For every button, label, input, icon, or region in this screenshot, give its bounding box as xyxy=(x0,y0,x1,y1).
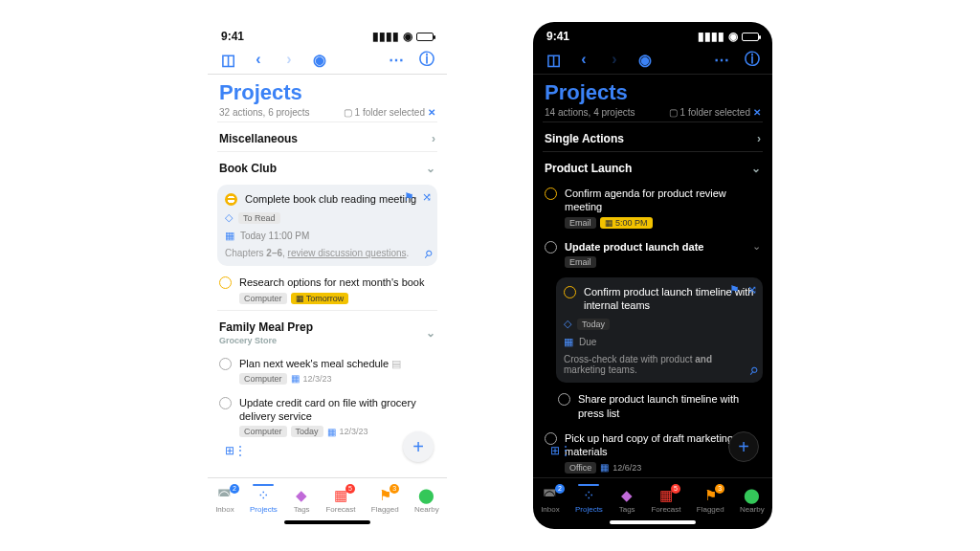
page-title: Projects xyxy=(545,80,761,105)
sidebar-icon[interactable]: ◫ xyxy=(219,51,236,68)
status-circle-icon[interactable] xyxy=(564,286,576,298)
more-icon[interactable]: ⋯ xyxy=(713,51,730,68)
status-circle-icon[interactable] xyxy=(219,276,232,289)
tab-label: Flagged xyxy=(371,505,399,514)
task-card-expanded[interactable]: Complete book club reading meeting ⚑ ⤨ ◇… xyxy=(217,185,437,266)
calendar-icon: ▦ xyxy=(600,462,609,473)
tab-nearby[interactable]: ⬤ Nearby xyxy=(414,487,439,514)
add-button[interactable]: + xyxy=(728,431,759,462)
task-tag[interactable]: Computer xyxy=(239,293,287,304)
task-tag[interactable]: Computer xyxy=(239,373,287,385)
close-icon[interactable]: ✕ xyxy=(428,107,435,118)
status-circle-icon[interactable] xyxy=(558,393,570,406)
sidebar-icon[interactable]: ◫ xyxy=(545,51,562,68)
task-tag[interactable]: Today xyxy=(291,426,323,437)
shuffle-icon[interactable]: ⤨ xyxy=(747,283,757,297)
back-icon[interactable]: ‹ xyxy=(250,51,267,68)
close-icon[interactable]: ✕ xyxy=(753,107,761,118)
status-circle-icon[interactable] xyxy=(219,397,232,409)
tag-icon: ◆ xyxy=(621,487,633,504)
eye-icon[interactable]: ◉ xyxy=(311,51,328,68)
section-book-club[interactable]: Book Club ⌄ xyxy=(217,151,437,181)
tab-forecast[interactable]: ▦5 Forecast xyxy=(651,487,680,514)
header: Projects 32 actions, 6 projects ▢ 1 fold… xyxy=(208,75,447,121)
tab-label: Flagged xyxy=(697,505,724,514)
tab-indicator xyxy=(578,484,599,486)
tab-nearby[interactable]: ⬤ Nearby xyxy=(740,487,765,514)
task-title: Update product launch date xyxy=(565,240,745,253)
tab-label: Nearby xyxy=(740,505,765,514)
status-indicators: ▮▮▮▮ ◉ xyxy=(372,30,434,43)
phone-light: 9:41 ▮▮▮▮ ◉ ◫ ‹ › ◉ ⋯ ⓘ Projects 32 acti… xyxy=(208,22,447,529)
task-tag[interactable]: Today xyxy=(577,319,610,330)
summary-text: 14 actions, 4 projects xyxy=(545,107,635,118)
task-row[interactable]: Share product launch timeline with press… xyxy=(556,386,763,426)
section-single-actions[interactable]: Single Actions › xyxy=(543,121,763,151)
back-icon[interactable]: ‹ xyxy=(575,51,592,68)
chevron-down-icon: ⌄ xyxy=(426,162,435,175)
battery-icon xyxy=(742,33,759,41)
status-time: 9:41 xyxy=(546,30,569,43)
task-date: 12/6/23 xyxy=(612,463,641,473)
signal-icon: ▮▮▮▮ xyxy=(372,30,399,43)
tab-tags[interactable]: ◆ Tags xyxy=(618,487,635,514)
header: Projects 14 actions, 4 projects ▢ 1 fold… xyxy=(533,75,772,121)
task-row[interactable]: Research options for next month's book C… xyxy=(217,270,437,309)
tab-tags[interactable]: ◆ Tags xyxy=(293,487,310,514)
task-card-expanded[interactable]: Confirm product launch timeline with int… xyxy=(556,277,763,384)
wifi-icon: ◉ xyxy=(728,30,738,43)
badge: 3 xyxy=(715,484,724,494)
tab-flagged[interactable]: ⚑3 Flagged xyxy=(371,487,399,514)
tab-label: Forecast xyxy=(651,505,680,514)
flag-icon[interactable]: ⚑ xyxy=(404,190,414,204)
filter-chip[interactable]: ▢ 1 folder selected ✕ xyxy=(669,107,761,118)
task-row[interactable]: Update credit card on file with grocery … xyxy=(217,390,437,444)
eye-icon[interactable]: ◉ xyxy=(636,51,654,68)
page-title: Projects xyxy=(219,80,435,105)
signal-icon: ▮▮▮▮ xyxy=(698,30,724,43)
task-tag[interactable]: Email xyxy=(565,256,596,268)
task-tag[interactable]: Office xyxy=(565,462,596,474)
add-button[interactable]: + xyxy=(403,431,434,462)
status-circle-icon[interactable] xyxy=(545,187,557,200)
task-row[interactable]: Update product launch date Email ⌄ xyxy=(543,234,763,274)
badge: 3 xyxy=(390,484,399,494)
section-miscellaneous[interactable]: Miscellaneous › xyxy=(217,121,437,151)
task-row[interactable]: Plan next week's meal schedule ▤ Compute… xyxy=(217,351,437,390)
task-tag[interactable]: Email xyxy=(565,217,596,229)
tab-projects[interactable]: ⁘ Projects xyxy=(575,484,603,514)
wifi-icon: ◉ xyxy=(403,30,412,43)
tab-inbox[interactable]: ◚2 Inbox xyxy=(541,487,560,514)
shuffle-icon[interactable]: ⤨ xyxy=(422,190,432,204)
task-row[interactable]: Confirm agenda for product review meetin… xyxy=(543,181,763,234)
tab-forecast[interactable]: ▦5 Forecast xyxy=(325,487,355,514)
note-icon: ▤ xyxy=(391,358,401,369)
quick-open-button[interactable]: ⊞⋮ xyxy=(221,439,250,462)
forward-icon[interactable]: › xyxy=(280,51,298,68)
task-note[interactable]: Cross-check date with product and market… xyxy=(564,354,755,375)
section-family-meal-prep[interactable]: Family Meal Prep Grocery Store ⌄ xyxy=(217,310,437,351)
section-product-launch[interactable]: Product Launch ⌄ xyxy=(543,151,763,181)
tab-flagged[interactable]: ⚑3 Flagged xyxy=(697,487,724,514)
task-tag[interactable]: To Read xyxy=(238,212,280,224)
quick-open-button[interactable]: ⊞⋮ xyxy=(546,439,575,462)
phone-dark: 9:41 ▮▮▮▮ ◉ ◫ ‹ › ◉ ⋯ ⓘ Projects 14 acti… xyxy=(533,22,772,529)
task-title: Update credit card on file with grocery … xyxy=(239,396,435,424)
forward-icon[interactable]: › xyxy=(606,51,623,68)
calendar-icon: ▦ xyxy=(564,336,573,348)
content: Miscellaneous › Book Club ⌄ Complete boo… xyxy=(208,121,447,477)
info-icon[interactable]: ⓘ xyxy=(418,51,435,68)
more-icon[interactable]: ⋯ xyxy=(388,51,405,68)
status-circle-icon[interactable] xyxy=(545,241,557,253)
task-title: Complete book club reading meeting xyxy=(245,192,430,206)
tag-icon: ◇ xyxy=(225,211,233,224)
task-note[interactable]: Chapters 2–6, review discussion question… xyxy=(225,248,430,258)
info-icon[interactable]: ⓘ xyxy=(744,51,761,68)
tab-projects[interactable]: ⁘ Projects xyxy=(250,484,278,514)
tab-inbox[interactable]: ◚2 Inbox xyxy=(215,487,234,514)
status-circle-icon[interactable] xyxy=(225,193,237,206)
flag-icon[interactable]: ⚑ xyxy=(729,283,740,297)
status-circle-icon[interactable] xyxy=(219,358,232,370)
task-tag[interactable]: Computer xyxy=(239,426,287,437)
filter-chip[interactable]: ▢ 1 folder selected ✕ xyxy=(344,107,435,118)
